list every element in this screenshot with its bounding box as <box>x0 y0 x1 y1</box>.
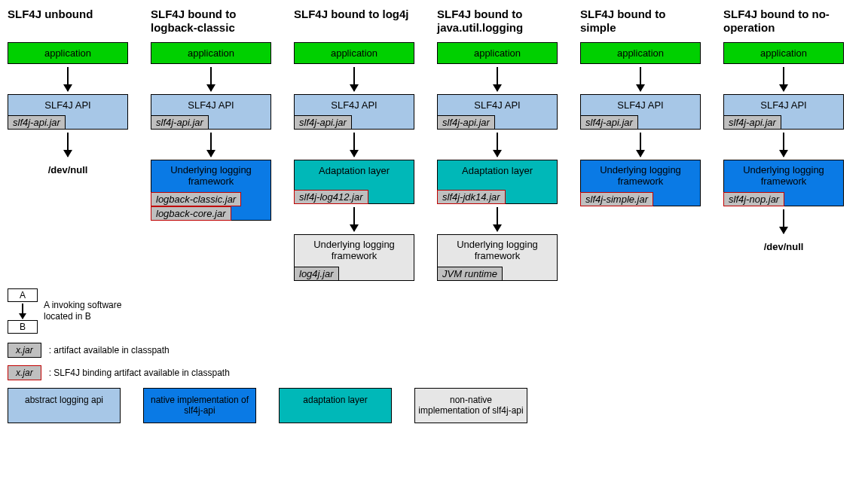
api-label: SLF4J API <box>295 98 414 112</box>
legend-color-api: abstract logging api <box>8 388 121 423</box>
legend-area: A B A invoking software located in B x.j… <box>8 288 860 423</box>
arrow-icon <box>210 67 212 91</box>
arrow-icon <box>67 133 69 157</box>
arrow-icon <box>497 133 498 157</box>
col-simple: SLF4J bound to simple application SLF4J … <box>580 8 701 281</box>
ab-box-b: B <box>8 320 38 334</box>
col-jul: SLF4J bound to java.util.logging applica… <box>437 8 558 281</box>
col-title: SLF4J bound to no-operation <box>723 8 844 36</box>
col-log4j: SLF4J bound to log4j application SLF4J A… <box>294 8 414 281</box>
jar-tag: JVM runtime <box>437 267 503 281</box>
jar-tag: slf4j-api.jar <box>580 115 638 130</box>
application-box: application <box>8 42 128 64</box>
legend-jar: x.jar <box>8 343 41 358</box>
arrow-icon <box>210 133 212 157</box>
col-nop: SLF4J bound to no-operation application … <box>723 8 844 281</box>
legend-color-native: native implementation of slf4j-api <box>143 388 256 423</box>
adapt-label: Adaptation layer <box>295 163 414 187</box>
arrow-icon <box>783 133 784 157</box>
jar-tag: slf4j-api.jar <box>151 115 209 130</box>
devnull-label: /dev/null <box>764 236 804 257</box>
col-title: SLF4J bound to log4j <box>294 8 414 36</box>
arrow-icon <box>640 133 641 157</box>
api-label: SLF4J API <box>581 98 700 112</box>
api-label: SLF4J API <box>8 98 127 112</box>
adaptation-box: Adaptation layer slf4j-jdk14.jar <box>437 160 558 204</box>
framework-label: Underlying logging framework <box>724 163 843 189</box>
devnull-label: /dev/null <box>48 160 88 180</box>
jar-tag-binding: slf4j-jdk14.jar <box>437 190 506 204</box>
ab-legend-text: A invoking software located in B <box>44 300 127 322</box>
slf4j-api-box: SLF4J API slf4j-api.jar <box>8 94 128 130</box>
application-box: application <box>151 42 271 64</box>
api-label: SLF4J API <box>724 98 843 112</box>
jar-tag: slf4j-api.jar <box>723 115 781 130</box>
arrow-icon <box>353 207 355 231</box>
ab-stack: A B <box>8 288 38 334</box>
slf4j-api-box: SLF4J API slf4j-api.jar <box>151 94 271 130</box>
application-box: application <box>580 42 701 64</box>
arrow-icon <box>353 67 355 91</box>
legend-text: : artifact available in classpath <box>49 345 170 355</box>
arrow-icon <box>640 67 641 91</box>
arrow-icon <box>22 304 23 319</box>
framework-label: Underlying logging framework <box>151 163 270 189</box>
jar-tag: slf4j-api.jar <box>437 115 495 130</box>
col-logback: SLF4J bound to logback-classic applicati… <box>151 8 271 281</box>
underlying-framework-box: Underlying logging framework log4j.jar <box>294 234 414 281</box>
col-title: SLF4J bound to simple <box>580 8 701 36</box>
ab-box-a: A <box>8 288 38 302</box>
adapt-label: Adaptation layer <box>438 163 557 187</box>
col-title: SLF4J bound to logback-classic <box>151 8 271 36</box>
jar-tag: slf4j-api.jar <box>294 115 352 130</box>
col-title: SLF4J bound to java.util.logging <box>437 8 558 36</box>
framework-label: Underlying logging framework <box>295 238 414 264</box>
native-framework-box: Underlying logging framework logback-cla… <box>151 160 271 221</box>
col-unbound: SLF4J unbound application SLF4J API slf4… <box>8 8 128 281</box>
arrow-icon <box>67 67 69 91</box>
legend-jar-binding: x.jar <box>8 365 41 380</box>
application-box: application <box>723 42 844 64</box>
jar-tag-binding: slf4j-simple.jar <box>580 192 653 206</box>
legend-row-artifact: x.jar : artifact available in classpath <box>8 343 860 358</box>
color-legend: abstract logging api native implementati… <box>8 388 860 423</box>
slf4j-api-box: SLF4J API slf4j-api.jar <box>437 94 558 130</box>
native-framework-box: Underlying logging framework slf4j-nop.j… <box>723 160 844 206</box>
arrow-icon <box>497 67 498 91</box>
application-box: application <box>437 42 558 64</box>
jar-tag: slf4j-api.jar <box>8 115 66 130</box>
underlying-framework-box: Underlying logging framework JVM runtime <box>437 234 558 281</box>
legend-color-nonnative: non-native implementation of slf4j-api <box>414 388 527 423</box>
jar-tag-binding: logback-core.jar <box>151 206 231 221</box>
app-label: application <box>617 47 664 59</box>
app-label: application <box>188 47 234 59</box>
native-framework-box: Underlying logging framework slf4j-simpl… <box>580 160 701 206</box>
diagram-columns: SLF4J unbound application SLF4J API slf4… <box>8 8 860 281</box>
jar-tag-binding: logback-classic.jar <box>151 192 241 206</box>
app-label: application <box>331 47 377 59</box>
app-label: application <box>760 47 807 59</box>
legend-row-binding: x.jar : SLF4J binding artifact available… <box>8 365 860 380</box>
ab-legend: A B A invoking software located in B <box>8 288 860 334</box>
api-label: SLF4J API <box>438 98 557 112</box>
legend-color-adapt: adaptation layer <box>279 388 392 423</box>
application-box: application <box>294 42 414 64</box>
api-label: SLF4J API <box>151 98 270 112</box>
col-title: SLF4J unbound <box>8 8 128 36</box>
legend-text: : SLF4J binding artifact available in cl… <box>49 368 230 378</box>
arrow-icon <box>783 209 784 233</box>
slf4j-api-box: SLF4J API slf4j-api.jar <box>294 94 414 130</box>
jar-tag-binding: slf4j-log412.jar <box>294 190 368 204</box>
jar-tag: log4j.jar <box>294 267 339 281</box>
app-label: application <box>44 47 91 59</box>
adaptation-box: Adaptation layer slf4j-log412.jar <box>294 160 414 204</box>
jar-tag-binding: slf4j-nop.jar <box>723 192 784 206</box>
slf4j-api-box: SLF4J API slf4j-api.jar <box>580 94 701 130</box>
arrow-icon <box>783 67 784 91</box>
arrow-icon <box>353 133 355 157</box>
slf4j-api-box: SLF4J API slf4j-api.jar <box>723 94 844 130</box>
framework-label: Underlying logging framework <box>438 238 557 264</box>
app-label: application <box>474 47 521 59</box>
arrow-icon <box>497 207 498 231</box>
framework-label: Underlying logging framework <box>581 163 700 189</box>
